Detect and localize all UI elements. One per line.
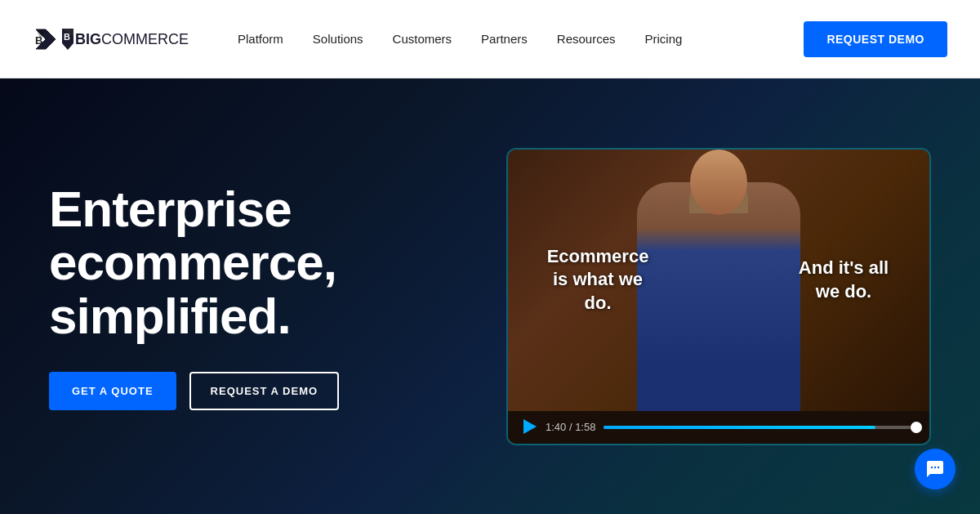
svg-text:B: B bbox=[35, 34, 42, 47]
bigcommerce-wordmark: B BIG COMMERCE bbox=[62, 27, 189, 51]
nav-item-platform[interactable]: Platform bbox=[238, 32, 283, 46]
video-person bbox=[637, 182, 800, 411]
hero-buttons: GET A QUOTE REQUEST A DEMO bbox=[49, 372, 457, 410]
chat-bubble-button[interactable] bbox=[915, 449, 956, 489]
video-progress-bar[interactable] bbox=[604, 426, 916, 429]
video-text-right: And it's all we do. bbox=[791, 257, 897, 303]
request-demo-button[interactable]: REQUEST DEMO bbox=[804, 21, 947, 57]
svg-point-11 bbox=[938, 467, 939, 468]
nav-item-solutions[interactable]: Solutions bbox=[313, 32, 363, 46]
navbar: B B BIG COMMERCE Platform Solutions Cust… bbox=[0, 0, 980, 78]
nav-links: Platform Solutions Customers Partners Re… bbox=[238, 32, 682, 46]
svg-text:BIG: BIG bbox=[75, 31, 101, 47]
nav-item-customers[interactable]: Customers bbox=[393, 32, 452, 46]
video-progress-fill bbox=[604, 426, 875, 429]
nav-item-partners[interactable]: Partners bbox=[481, 32, 528, 46]
nav-item-pricing[interactable]: Pricing bbox=[645, 32, 683, 46]
nav-item-resources[interactable]: Resources bbox=[557, 32, 616, 46]
svg-point-10 bbox=[934, 467, 936, 468]
logo[interactable]: B B BIG COMMERCE bbox=[33, 26, 189, 52]
video-controls: 1:40 / 1:58 bbox=[508, 411, 929, 444]
video-time: 1:40 / 1:58 bbox=[546, 421, 595, 433]
bigcommerce-logo-icon: B bbox=[33, 26, 59, 52]
hero-video-wrapper: Ecommerce is what we do. And it's all we… bbox=[506, 148, 931, 445]
play-icon bbox=[523, 419, 537, 434]
get-quote-button[interactable]: GET A QUOTE bbox=[49, 372, 176, 410]
person-body bbox=[637, 182, 800, 411]
svg-point-9 bbox=[931, 467, 933, 468]
svg-text:COMMERCE: COMMERCE bbox=[101, 31, 189, 47]
hero-title: Enterprise ecommerce, simplified. bbox=[49, 182, 457, 342]
video-progress-thumb bbox=[911, 422, 922, 433]
navbar-left: B B BIG COMMERCE Platform Solutions Cust… bbox=[33, 26, 682, 52]
video-text-left: Ecommerce is what we do. bbox=[541, 245, 655, 315]
video-container[interactable]: Ecommerce is what we do. And it's all we… bbox=[506, 148, 931, 445]
hero-left: Enterprise ecommerce, simplified. GET A … bbox=[49, 182, 457, 409]
hero-section: Enterprise ecommerce, simplified. GET A … bbox=[0, 78, 980, 514]
person-head bbox=[690, 150, 747, 215]
chat-icon bbox=[925, 459, 945, 479]
play-button[interactable] bbox=[521, 419, 537, 436]
request-demo-hero-button[interactable]: REQUEST A DEMO bbox=[189, 372, 340, 410]
svg-text:B: B bbox=[64, 32, 70, 42]
video-content: Ecommerce is what we do. And it's all we… bbox=[508, 150, 929, 411]
